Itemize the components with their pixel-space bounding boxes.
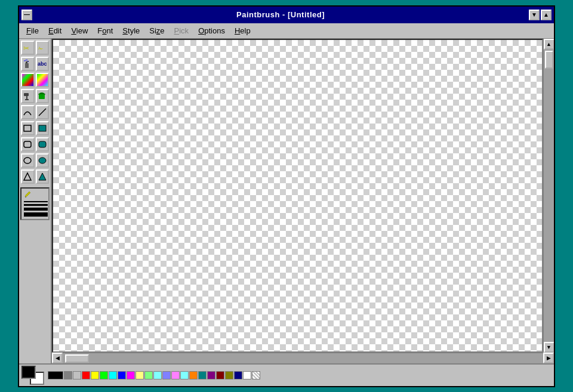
- color-palette: [19, 363, 554, 386]
- tool-rounded-rect-outline[interactable]: [21, 137, 35, 152]
- toolbar: ✂ ✁: [19, 39, 52, 363]
- color-swatch-blue[interactable]: [118, 371, 126, 379]
- svg-rect-9: [26, 96, 27, 99]
- color-swatch-teal[interactable]: [198, 371, 207, 379]
- svg-line-23: [25, 197, 26, 197]
- line-2px[interactable]: [24, 204, 48, 206]
- drawing-canvas[interactable]: [52, 39, 543, 353]
- svg-rect-8: [24, 93, 29, 96]
- color-swatch-orange[interactable]: [189, 371, 198, 379]
- svg-rect-3: [26, 61, 27, 63]
- color-swatch-red[interactable]: [82, 371, 90, 379]
- color-swatch-lightgray[interactable]: [73, 371, 81, 379]
- color-swatch-lightteal[interactable]: [180, 371, 189, 379]
- menu-view[interactable]: View: [66, 25, 93, 36]
- canvas-wrapper: [52, 39, 543, 353]
- window-title: Paintbrush - [Untitled]: [32, 10, 529, 19]
- tool-rect-outline[interactable]: [21, 121, 35, 135]
- scroll-left-button[interactable]: ◀: [52, 353, 63, 363]
- tool-fill-colorful[interactable]: [36, 73, 50, 87]
- tool-ellipse-filled[interactable]: [36, 153, 50, 168]
- color-swatch-lightcyan[interactable]: [153, 371, 162, 379]
- color-swatch-green[interactable]: [100, 371, 108, 379]
- line-6px[interactable]: [24, 212, 48, 217]
- color-swatch-lightmagenta[interactable]: [171, 371, 180, 379]
- color-swatch-maroon[interactable]: [216, 371, 224, 379]
- tool-dotted-scissors[interactable]: ✁: [36, 41, 50, 55]
- line-4px[interactable]: [24, 208, 48, 211]
- color-swatch-lightblue[interactable]: [162, 371, 171, 379]
- system-menu-button[interactable]: —: [21, 10, 32, 20]
- svg-point-4: [27, 61, 29, 62]
- menu-help[interactable]: Help: [230, 25, 255, 36]
- menu-pick: Pick: [170, 25, 194, 36]
- hscrollbar: ◀ ▶: [52, 353, 554, 363]
- tool-polygon-outline[interactable]: [21, 169, 35, 184]
- canvas-container: ▲ ▼ ◀ ▶: [52, 39, 554, 363]
- tool-ellipse-outline[interactable]: [21, 153, 35, 168]
- color-swatch-dotted[interactable]: [252, 371, 260, 379]
- tool-paint-can[interactable]: [36, 89, 50, 103]
- main-window: — Paintbrush - [Untitled] ▼ ▲ File Edit …: [18, 5, 555, 387]
- color-swatch-purple[interactable]: [207, 371, 215, 379]
- tool-line[interactable]: [36, 105, 50, 119]
- tool-text[interactable]: abc: [36, 57, 50, 71]
- vscroll-track[interactable]: [544, 50, 554, 342]
- svg-rect-2: [25, 63, 29, 68]
- menu-font[interactable]: Font: [93, 25, 118, 36]
- svg-point-6: [25, 60, 26, 61]
- scroll-up-button[interactable]: ▲: [544, 39, 554, 50]
- tool-scissors[interactable]: ✂: [21, 41, 35, 55]
- color-swatch-black[interactable]: [48, 371, 63, 379]
- color-swatch-magenta[interactable]: [127, 371, 135, 379]
- color-swatch-darkgray[interactable]: [64, 371, 72, 379]
- vscrollbar: ▲ ▼: [543, 39, 554, 353]
- foreground-color[interactable]: [21, 366, 36, 379]
- title-bar-controls: ▼ ▲: [529, 10, 552, 20]
- svg-point-19: [39, 158, 46, 163]
- svg-marker-20: [24, 173, 31, 180]
- hscroll-thumb[interactable]: [65, 354, 89, 363]
- tool-roller[interactable]: [21, 89, 35, 103]
- title-bar: — Paintbrush - [Untitled] ▼ ▲: [19, 7, 554, 23]
- svg-point-7: [26, 59, 27, 60]
- line-1px[interactable]: [24, 201, 48, 202]
- menu-options[interactable]: Options: [193, 25, 230, 36]
- vscroll-thumb[interactable]: [545, 51, 553, 69]
- main-area: ✂ ✁: [19, 39, 554, 363]
- color-swatch-navy[interactable]: [234, 371, 242, 379]
- menu-edit[interactable]: Edit: [44, 25, 66, 36]
- maximize-button[interactable]: ▲: [541, 10, 552, 20]
- tool-curve[interactable]: [21, 105, 35, 119]
- tool-rect-filled[interactable]: [36, 121, 50, 135]
- color-swatch-lightgreen[interactable]: [144, 371, 153, 379]
- scroll-right-button[interactable]: ▶: [543, 353, 554, 363]
- svg-rect-17: [39, 141, 46, 147]
- svg-rect-14: [24, 125, 31, 131]
- hscroll-track[interactable]: [63, 353, 543, 363]
- color-swatch-white[interactable]: [243, 371, 251, 379]
- svg-marker-22: [25, 192, 30, 197]
- canvas-and-vscroll: ▲ ▼: [52, 39, 554, 353]
- color-swatch-cyan[interactable]: [109, 371, 117, 379]
- color-swatch-yellow[interactable]: [91, 371, 99, 379]
- minimize-button[interactable]: ▼: [529, 10, 540, 20]
- tool-spray[interactable]: [21, 57, 35, 71]
- svg-rect-16: [24, 141, 31, 147]
- menu-size[interactable]: Size: [144, 25, 169, 36]
- svg-line-13: [39, 109, 46, 116]
- menu-bar: File Edit View Font Style Size Pick Opti…: [19, 23, 554, 39]
- tool-rounded-rect-filled[interactable]: [36, 137, 50, 152]
- color-swatch-lightyellow[interactable]: [135, 371, 144, 379]
- svg-rect-15: [39, 125, 46, 131]
- tool-brush-colorful[interactable]: [21, 73, 35, 87]
- svg-text:✂: ✂: [23, 44, 29, 53]
- tool-polygon-filled[interactable]: [36, 169, 50, 184]
- scroll-down-button[interactable]: ▼: [544, 342, 554, 353]
- svg-rect-10: [25, 99, 29, 100]
- menu-file[interactable]: File: [21, 25, 44, 36]
- menu-style[interactable]: Style: [118, 25, 144, 36]
- svg-point-5: [24, 60, 25, 61]
- color-swatch-olive[interactable]: [225, 371, 233, 379]
- svg-rect-12: [39, 94, 45, 99]
